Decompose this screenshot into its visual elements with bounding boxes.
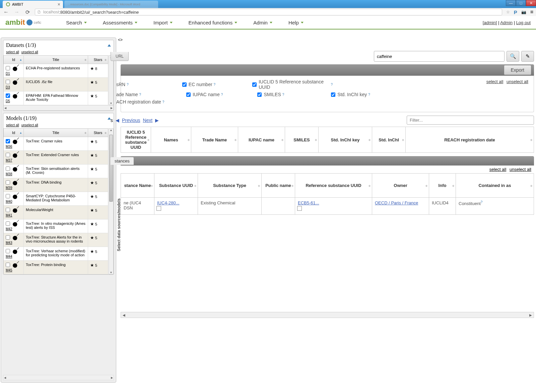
link-icon[interactable]: ⬤─ bbox=[11, 194, 18, 200]
table-row[interactable]: ne (IUC4 DSN IUC4-280... Existing Chemic… bbox=[121, 198, 534, 215]
nav-import[interactable]: Import bbox=[145, 16, 181, 29]
back-button[interactable]: ← bbox=[3, 9, 9, 15]
nav-search[interactable]: Search bbox=[58, 16, 95, 29]
col-title[interactable]: Title◆ bbox=[24, 56, 88, 64]
link-icon[interactable]: ⬤─ bbox=[11, 139, 18, 145]
unselect-all-link[interactable]: unselect all bbox=[21, 50, 38, 54]
nav-assessments[interactable]: Assessments bbox=[95, 16, 145, 29]
bottom-scrollbar[interactable]: ◀▶ bbox=[121, 312, 534, 318]
substances-tab[interactable]: stances bbox=[111, 157, 134, 165]
export-button[interactable]: Export bbox=[504, 65, 531, 75]
table-row[interactable]: ⬤─ M44 ToxTree: Verhaar scheme (modified… bbox=[4, 247, 108, 261]
link-icon[interactable]: ⬤─ bbox=[11, 79, 18, 86]
row-id[interactable]: M43 bbox=[6, 241, 12, 245]
row-id[interactable]: M41 bbox=[6, 213, 12, 217]
nav-enhanced[interactable]: Enhanced functions bbox=[181, 16, 246, 29]
row-checkbox[interactable] bbox=[6, 194, 10, 198]
star-icon[interactable]: ☆ bbox=[506, 10, 510, 14]
row-checkbox[interactable] bbox=[6, 180, 10, 185]
col-inchikey[interactable]: Std. InChI key◆ bbox=[319, 127, 372, 153]
col-names[interactable]: Names◆ bbox=[151, 127, 191, 153]
unselect-all-link[interactable]: unselect all bbox=[510, 167, 531, 172]
table-row[interactable]: ⬤─ M43 ToxTree: Structure Alerts for the… bbox=[4, 233, 108, 247]
models-header[interactable]: Models (1/19) bbox=[3, 113, 114, 123]
datasets-scrollbar[interactable]: ▲ ▼ bbox=[109, 55, 114, 105]
row-checkbox[interactable] bbox=[6, 80, 10, 84]
splitter-icon[interactable]: <> bbox=[118, 38, 123, 42]
url-input-wrapper[interactable]: 🗋 localhost bbox=[35, 9, 502, 15]
copy-icon[interactable] bbox=[298, 207, 302, 211]
row-id[interactable]: M40 bbox=[6, 200, 12, 203]
table-row[interactable]: ⬤─ M37 ToxTree: Extended Cramer rules ★ … bbox=[4, 151, 108, 165]
row-checkbox[interactable] bbox=[6, 153, 10, 157]
col-stars[interactable]: Stars◆ bbox=[88, 56, 108, 64]
table-row[interactable]: ⬤─ D1 ECHA Pre-registered substances ★ 8 bbox=[4, 64, 108, 78]
logo[interactable]: ambit bbox=[5, 18, 25, 27]
row-id[interactable]: M45 bbox=[6, 268, 12, 272]
logout-link[interactable]: Log out bbox=[516, 20, 531, 25]
browser-tab-active[interactable]: AMBIT × bbox=[3, 1, 63, 8]
p-icon[interactable]: P bbox=[514, 9, 517, 15]
row-checkbox[interactable] bbox=[6, 93, 10, 98]
row-id[interactable]: M42 bbox=[6, 227, 12, 231]
filter-ec[interactable]: EC number? bbox=[182, 79, 215, 90]
forward-button[interactable]: → bbox=[13, 9, 20, 15]
link-icon[interactable]: ⬤─ bbox=[11, 180, 18, 186]
filter-input[interactable] bbox=[407, 116, 534, 125]
vertical-label[interactable]: Select data sources/models bbox=[117, 198, 121, 251]
table-row[interactable]: ⬤─ M45 ToxTree: Protein binding ★ 5 bbox=[4, 261, 108, 274]
search-button[interactable]: 🔍 bbox=[507, 51, 519, 62]
link-icon[interactable]: ⬤─ bbox=[11, 207, 18, 214]
datasets-h-scroll[interactable]: ◀▶ bbox=[3, 105, 114, 111]
link-icon[interactable]: ⬤─ bbox=[11, 93, 18, 100]
collapse-up-icon[interactable] bbox=[108, 44, 111, 47]
row-checkbox[interactable] bbox=[6, 139, 10, 143]
table-row[interactable]: ⬤─ M41 MolecularWeight ★ 5 bbox=[4, 206, 108, 219]
datasets-header[interactable]: Datasets (1/3) bbox=[3, 40, 114, 50]
admin-bracket-link[interactable]: [admin] bbox=[483, 20, 497, 25]
filter-iupac[interactable]: IUPAC name? bbox=[186, 92, 223, 97]
filter-casrn[interactable]: sRN? bbox=[116, 79, 129, 90]
select-all-link[interactable]: select all bbox=[6, 50, 19, 54]
col-title[interactable]: Title◆ bbox=[24, 129, 88, 137]
row-id[interactable]: D5 bbox=[6, 99, 10, 103]
nav-help[interactable]: Help bbox=[280, 16, 312, 29]
col-smiles[interactable]: SMILES◆ bbox=[285, 127, 319, 153]
col-stars[interactable]: Stars◆ bbox=[88, 129, 108, 137]
minimize-button[interactable]: — bbox=[506, 0, 516, 6]
col-owner[interactable]: Owner◆ bbox=[372, 174, 429, 198]
table-row[interactable]: ⬤─ D3 IUCLID5 .i5z file ★ 5 bbox=[4, 78, 108, 91]
table-row[interactable]: ⬤─ M36 ToxTree: Cramer rules ★ 5 bbox=[4, 137, 108, 151]
select-all-link[interactable]: select all bbox=[6, 123, 19, 127]
unselect-all-link[interactable]: unselect all bbox=[21, 123, 38, 127]
row-checkbox[interactable] bbox=[6, 249, 10, 253]
table-row[interactable]: ⬤─ M38 ToxTree: Skin sensitisation alert… bbox=[4, 165, 108, 178]
col-contained[interactable]: Contained in as◆ bbox=[456, 174, 534, 198]
nav-admin[interactable]: Admin bbox=[245, 16, 280, 29]
maximize-button[interactable]: □ bbox=[516, 0, 526, 6]
filter-reach[interactable]: ACH registration date? bbox=[116, 99, 164, 105]
admin-link[interactable]: Admin bbox=[500, 20, 513, 25]
row-id[interactable]: M39 bbox=[6, 186, 12, 190]
tab-close-icon[interactable]: × bbox=[58, 2, 60, 7]
row-checkbox[interactable] bbox=[6, 66, 10, 70]
models-scrollbar[interactable]: ▲ ▼ bbox=[109, 128, 114, 274]
link-icon[interactable]: ⬤─ bbox=[11, 262, 18, 269]
link-icon[interactable]: ⬤─ bbox=[11, 249, 18, 255]
filter-inchikey[interactable]: Std. InChI key? bbox=[331, 92, 370, 97]
row-checkbox[interactable] bbox=[6, 263, 10, 267]
table-row[interactable]: ⬤─ D5 EPAFHM: EPA Fathead Minnow Acute T… bbox=[4, 91, 108, 105]
unselect-all-link[interactable]: unselect all bbox=[507, 79, 528, 84]
row-checkbox[interactable] bbox=[6, 235, 10, 240]
link-icon[interactable]: ⬤─ bbox=[11, 166, 18, 173]
row-id[interactable]: M36 bbox=[6, 145, 12, 148]
next-arrow-icon[interactable]: ▶ bbox=[155, 118, 159, 123]
prev-arrow-icon[interactable]: ◀ bbox=[116, 118, 119, 123]
col-info[interactable]: Info◆ bbox=[429, 174, 456, 198]
col-id[interactable]: Id▲ bbox=[4, 56, 24, 64]
row-checkbox[interactable] bbox=[6, 167, 10, 171]
next-link[interactable]: Next bbox=[143, 118, 152, 123]
row-id[interactable]: M37 bbox=[6, 158, 12, 162]
close-button[interactable]: ✕ bbox=[526, 0, 536, 6]
edit-button[interactable]: ✎ bbox=[521, 51, 534, 62]
